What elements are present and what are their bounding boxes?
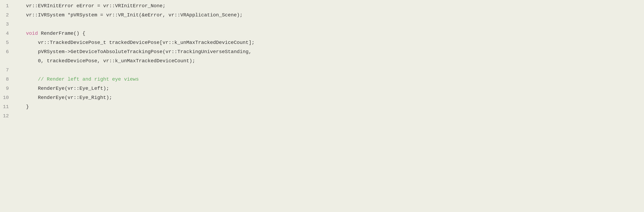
- line-number: 4: [0, 30, 14, 37]
- code-line: 7: [0, 66, 644, 75]
- line-content: 0, trackedDevicePose, vr::k_unMaxTracked…: [14, 57, 195, 65]
- line-number: 9: [0, 85, 14, 93]
- code-editor: 1 vr::EVRInitError eError = vr::VRInitEr…: [0, 0, 644, 212]
- code-segment: vr::TrackedDevicePose_t trackedDevicePos…: [14, 40, 254, 45]
- code-line: 3: [0, 20, 644, 29]
- line-content: vr::TrackedDevicePose_t trackedDevicePos…: [14, 39, 254, 47]
- line-content: RenderEye(vr::Eye_Left);: [14, 85, 109, 93]
- code-line: 6 pVRSystem->GetDeviceToAbsoluteTracking…: [0, 48, 644, 57]
- line-content: // Render left and right eye views: [14, 75, 139, 83]
- code-line: 4 void RenderFrame() {: [0, 29, 644, 38]
- code-line: 10 RenderEye(vr::Eye_Right);: [0, 93, 644, 103]
- code-line: 8 // Render left and right eye views: [0, 75, 644, 84]
- code-segment: 0, trackedDevicePose, vr::k_unMaxTracked…: [14, 58, 195, 64]
- line-number: 6: [0, 48, 14, 56]
- line-content: pVRSystem->GetDeviceToAbsoluteTrackingPo…: [14, 48, 252, 56]
- code-line: 12: [0, 112, 644, 121]
- line-number: 5: [0, 39, 14, 47]
- line-number: 11: [0, 103, 14, 111]
- line-number: 3: [0, 20, 14, 28]
- line-content: void RenderFrame() {: [14, 30, 85, 37]
- code-segment: void: [26, 31, 38, 36]
- line-number: 10: [0, 94, 14, 102]
- code-line: 0, trackedDevicePose, vr::k_unMaxTracked…: [0, 57, 644, 66]
- line-number: 2: [0, 11, 14, 19]
- code-segment: [14, 31, 26, 36]
- code-segment: vr::IVRSystem *pVRSystem = vr::VR_Init(&…: [14, 12, 243, 18]
- code-line: 2 vr::IVRSystem *pVRSystem = vr::VR_Init…: [0, 11, 644, 20]
- line-number: 7: [0, 66, 14, 74]
- code-line: 1 vr::EVRInitError eError = vr::VRInitEr…: [0, 2, 644, 11]
- code-segment: RenderEye(vr::Eye_Right);: [14, 95, 112, 100]
- line-number: 8: [0, 75, 14, 83]
- line-content: RenderEye(vr::Eye_Right);: [14, 94, 112, 102]
- code-line: 11 }: [0, 103, 644, 112]
- code-segment: RenderEye(vr::Eye_Left);: [14, 86, 109, 91]
- code-segment: vr::EVRInitError eError = vr::VRInitErro…: [14, 3, 166, 9]
- line-number: 1: [0, 2, 14, 10]
- code-segment: pVRSystem->GetDeviceToAbsoluteTrackingPo…: [14, 49, 252, 54]
- line-content: vr::EVRInitError eError = vr::VRInitErro…: [14, 2, 166, 10]
- code-segment: }: [14, 104, 29, 110]
- code-line: 5 vr::TrackedDevicePose_t trackedDeviceP…: [0, 38, 644, 48]
- code-segment: RenderFrame() {: [38, 31, 85, 36]
- line-content: }: [14, 103, 29, 111]
- code-segment: // Render left and right eye views: [14, 77, 139, 82]
- line-content: vr::IVRSystem *pVRSystem = vr::VR_Init(&…: [14, 11, 243, 19]
- line-number: 12: [0, 112, 14, 120]
- code-line: 9 RenderEye(vr::Eye_Left);: [0, 84, 644, 93]
